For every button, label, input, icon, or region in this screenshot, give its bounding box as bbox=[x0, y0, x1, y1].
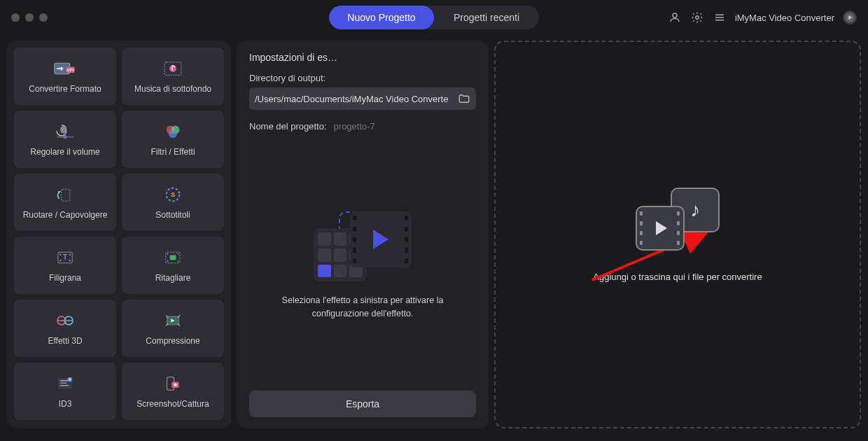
tool-watermark[interactable]: TFiligrana bbox=[14, 237, 116, 294]
tool-crop[interactable]: Ritagliare bbox=[122, 237, 224, 294]
tool-rotate[interactable]: Ruotare / Capovolgere bbox=[14, 174, 116, 231]
browse-folder-icon[interactable] bbox=[458, 92, 470, 105]
crop-icon bbox=[161, 248, 185, 267]
file-dropzone[interactable]: ♪ Aggiungi o trascina qui i file per con… bbox=[494, 41, 861, 428]
svg-point-21 bbox=[59, 253, 62, 255]
svg-point-0 bbox=[673, 13, 677, 18]
output-dir-field[interactable]: /Users/mac/Documents/iMyMac Video Conver… bbox=[249, 88, 476, 110]
tool-label: Ritagliare bbox=[155, 273, 191, 283]
id3-icon bbox=[53, 374, 77, 393]
output-dir-value: /Users/mac/Documents/iMyMac Video Conver… bbox=[255, 94, 454, 104]
export-button[interactable]: Esporta bbox=[249, 391, 476, 417]
svg-point-24 bbox=[69, 260, 71, 262]
compress-icon bbox=[161, 311, 185, 330]
menu-icon[interactable] bbox=[713, 10, 727, 24]
svg-rect-29 bbox=[178, 253, 179, 255]
tool-music[interactable]: Musica di sottofondo bbox=[122, 48, 224, 105]
svg-rect-28 bbox=[167, 253, 169, 255]
output-dir-label: Directory di output: bbox=[249, 73, 476, 83]
tool-label: Screenshot/Cattura bbox=[136, 399, 209, 409]
tool-label: Regolare il volume bbox=[30, 147, 99, 157]
tab-recent-projects[interactable]: Progetti recenti bbox=[434, 6, 539, 29]
tool-label: Convertire Formato bbox=[29, 84, 101, 94]
tool-compress[interactable]: Compressione bbox=[122, 300, 224, 357]
project-name-input[interactable] bbox=[334, 121, 476, 132]
svg-text:MP4: MP4 bbox=[66, 68, 74, 72]
svg-point-12 bbox=[63, 135, 66, 139]
tool-label: Filigrana bbox=[49, 273, 81, 283]
svg-text:T: T bbox=[63, 253, 68, 261]
tool-label: Filtri / Effetti bbox=[150, 147, 195, 157]
effect-graphic-icon bbox=[314, 211, 412, 281]
tool-label: Sottotitoli bbox=[155, 210, 190, 220]
tool-3d[interactable]: Effetti 3D bbox=[14, 300, 116, 357]
tool-label: Ruotare / Capovolgere bbox=[23, 210, 108, 220]
screenshot-icon bbox=[161, 374, 185, 393]
dropzone-text: Aggiungi o trascina qui i file per conve… bbox=[593, 272, 762, 282]
watermark-icon: T bbox=[53, 248, 77, 267]
tool-label: Compressione bbox=[146, 336, 200, 346]
svg-point-22 bbox=[69, 253, 71, 255]
account-icon[interactable] bbox=[668, 10, 682, 24]
tool-label: Effetti 3D bbox=[48, 336, 82, 346]
svg-rect-31 bbox=[178, 260, 179, 262]
window-controls bbox=[11, 13, 48, 22]
convert-icon: MP4 bbox=[53, 59, 77, 78]
filters-icon bbox=[161, 122, 185, 141]
svg-text:S: S bbox=[171, 191, 175, 198]
project-tabs: Nuovo Progetto Progetti recenti bbox=[329, 6, 539, 29]
project-name-label: Nome del progetto: bbox=[249, 121, 327, 132]
svg-point-1 bbox=[696, 16, 699, 20]
export-settings-panel: Impostazioni di es… Directory di output:… bbox=[237, 41, 489, 428]
settings-icon[interactable] bbox=[690, 10, 704, 24]
tool-label: ID3 bbox=[59, 399, 72, 409]
rotate-icon bbox=[53, 185, 77, 204]
effect-preview: Seleziona l'effetto a sinistra per attiv… bbox=[249, 150, 476, 382]
maximize-window-icon[interactable] bbox=[39, 13, 48, 22]
svg-point-41 bbox=[174, 384, 176, 386]
minimize-window-icon[interactable] bbox=[25, 13, 34, 22]
music-icon bbox=[161, 59, 185, 78]
tab-new-project[interactable]: Nuovo Progetto bbox=[329, 6, 434, 29]
app-logo-icon bbox=[843, 10, 857, 24]
close-window-icon[interactable] bbox=[11, 13, 20, 22]
tool-id3[interactable]: ID3 bbox=[14, 363, 116, 420]
tool-volume[interactable]: Regolare il volume bbox=[14, 111, 116, 168]
dropzone-graphic-icon: ♪ bbox=[636, 188, 720, 251]
svg-point-15 bbox=[169, 130, 177, 138]
tool-screenshot[interactable]: Screenshot/Cattura bbox=[122, 363, 224, 420]
settings-title: Impostazioni di es… bbox=[249, 52, 476, 63]
tool-convert[interactable]: MP4Convertire Formato bbox=[14, 48, 116, 105]
svg-rect-30 bbox=[167, 260, 169, 262]
tool-filters[interactable]: Filtri / Effetti bbox=[122, 111, 224, 168]
subtitle-icon: S bbox=[161, 185, 185, 204]
svg-point-23 bbox=[59, 260, 62, 262]
svg-rect-27 bbox=[170, 255, 176, 260]
tool-subtitle[interactable]: SSottotitoli bbox=[122, 174, 224, 231]
volume-icon bbox=[53, 122, 77, 141]
app-title: iMyMac Video Converter bbox=[735, 13, 834, 23]
3d-icon bbox=[53, 311, 77, 330]
svg-marker-5 bbox=[848, 15, 852, 20]
tool-label: Musica di sottofondo bbox=[134, 84, 211, 94]
title-bar: Nuovo Progetto Progetti recenti iMyMac V… bbox=[0, 0, 868, 35]
effect-hint-text: Seleziona l'effetto a sinistra per attiv… bbox=[265, 294, 461, 321]
tools-sidebar: MP4Convertire FormatoMusica di sottofond… bbox=[7, 41, 231, 428]
svg-rect-16 bbox=[62, 189, 70, 201]
